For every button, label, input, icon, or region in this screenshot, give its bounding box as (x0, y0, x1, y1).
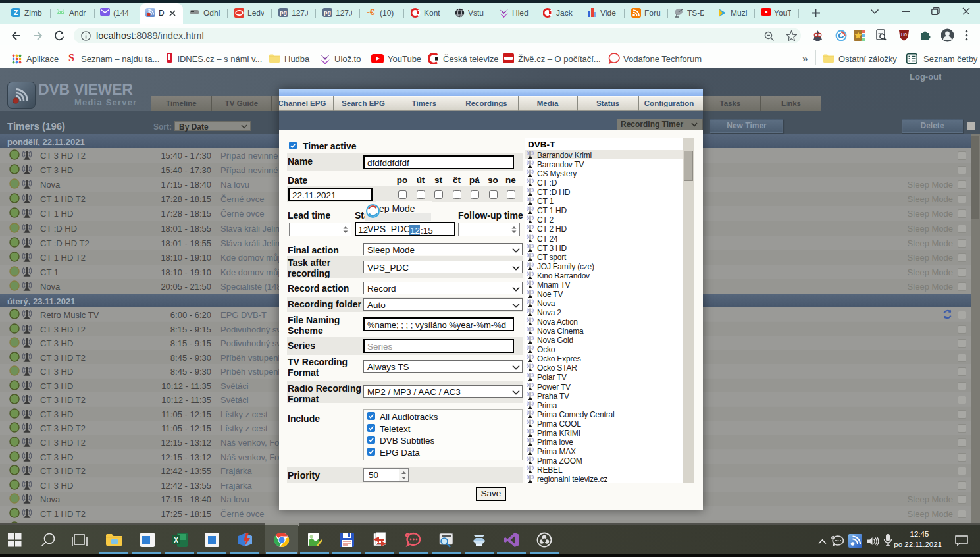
svg-text:X: X (174, 537, 178, 544)
svg-text:U0: U0 (901, 32, 907, 37)
